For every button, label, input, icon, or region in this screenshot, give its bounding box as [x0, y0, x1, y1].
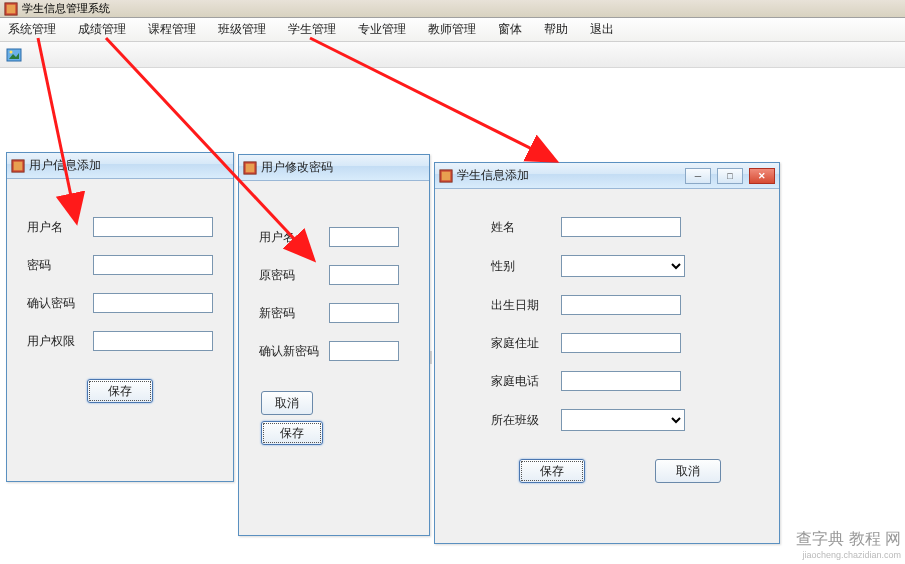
maximize-button[interactable]: □: [717, 168, 743, 184]
window-change-password-title: 用户修改密码: [261, 159, 425, 176]
input-role[interactable]: [93, 331, 213, 351]
menu-windows[interactable]: 窗体: [498, 21, 522, 38]
menubar: 系统管理 成绩管理 课程管理 班级管理 学生管理 专业管理 教师管理 窗体 帮助…: [0, 18, 905, 42]
input-name[interactable]: [561, 217, 681, 237]
svg-point-4: [10, 50, 13, 53]
label-class: 所在班级: [491, 412, 561, 429]
main-title-text: 学生信息管理系统: [22, 1, 110, 16]
cancel-button[interactable]: 取消: [261, 391, 313, 415]
input-dob[interactable]: [561, 295, 681, 315]
cancel-button[interactable]: 取消: [655, 459, 721, 483]
minimize-button[interactable]: ─: [685, 168, 711, 184]
window-change-password: 用户修改密码 用户名 原密码 新密码 确认新密码 取消 保: [238, 154, 430, 536]
label-confirmnew: 确认新密码: [259, 343, 329, 360]
label-oldpw: 原密码: [259, 267, 329, 284]
menu-teachers[interactable]: 教师管理: [428, 21, 476, 38]
mdi-client-area: http://blog.csdn.net/erlian1992 用户信息添加 用…: [0, 68, 905, 564]
label-password: 密码: [27, 257, 93, 274]
image-icon[interactable]: [6, 47, 22, 63]
svg-rect-6: [14, 161, 23, 170]
input-confirmnew[interactable]: [329, 341, 399, 361]
input-username2[interactable]: [329, 227, 399, 247]
label-gender: 性别: [491, 258, 561, 275]
svg-rect-10: [442, 171, 451, 180]
input-username[interactable]: [93, 217, 213, 237]
window-student-add: 学生信息添加 ─ □ ✕ 姓名 性别 出生日期 家庭住址 家庭电话: [434, 162, 780, 544]
window-change-password-body: 用户名 原密码 新密码 确认新密码 取消 保存: [239, 181, 429, 459]
window-user-add-body: 用户名 密码 确认密码 用户权限 保存: [7, 179, 233, 417]
close-button[interactable]: ✕: [749, 168, 775, 184]
input-confirm-password[interactable]: [93, 293, 213, 313]
window-user-add-titlebar[interactable]: 用户信息添加: [7, 153, 233, 179]
label-address: 家庭住址: [491, 335, 561, 352]
label-role: 用户权限: [27, 333, 93, 350]
toolbar: [0, 42, 905, 68]
app-icon: [4, 2, 18, 16]
menu-grades[interactable]: 成绩管理: [78, 21, 126, 38]
label-name: 姓名: [491, 219, 561, 236]
menu-classes[interactable]: 班级管理: [218, 21, 266, 38]
svg-rect-8: [246, 163, 255, 172]
select-class[interactable]: [561, 409, 685, 431]
form-icon: [439, 169, 453, 183]
label-username2: 用户名: [259, 229, 329, 246]
label-dob: 出生日期: [491, 297, 561, 314]
menu-exit[interactable]: 退出: [590, 21, 614, 38]
window-student-add-body: 姓名 性别 出生日期 家庭住址 家庭电话 所在班级: [435, 189, 779, 497]
window-student-add-titlebar[interactable]: 学生信息添加 ─ □ ✕: [435, 163, 779, 189]
window-user-add: 用户信息添加 用户名 密码 确认密码 用户权限 保存: [6, 152, 234, 482]
main-titlebar: 学生信息管理系统: [0, 0, 905, 18]
label-newpw: 新密码: [259, 305, 329, 322]
label-phone: 家庭电话: [491, 373, 561, 390]
label-confirm-password: 确认密码: [27, 295, 93, 312]
input-password[interactable]: [93, 255, 213, 275]
form-icon: [243, 161, 257, 175]
save-button[interactable]: 保存: [87, 379, 153, 403]
menu-majors[interactable]: 专业管理: [358, 21, 406, 38]
svg-rect-1: [7, 4, 16, 13]
save-button[interactable]: 保存: [261, 421, 323, 445]
menu-system[interactable]: 系统管理: [8, 21, 56, 38]
window-student-add-title: 学生信息添加: [457, 167, 679, 184]
input-oldpw[interactable]: [329, 265, 399, 285]
save-button[interactable]: 保存: [519, 459, 585, 483]
label-username: 用户名: [27, 219, 93, 236]
form-icon: [11, 159, 25, 173]
menu-help[interactable]: 帮助: [544, 21, 568, 38]
input-phone[interactable]: [561, 371, 681, 391]
input-address[interactable]: [561, 333, 681, 353]
select-gender[interactable]: [561, 255, 685, 277]
menu-courses[interactable]: 课程管理: [148, 21, 196, 38]
menu-students[interactable]: 学生管理: [288, 21, 336, 38]
window-change-password-titlebar[interactable]: 用户修改密码: [239, 155, 429, 181]
input-newpw[interactable]: [329, 303, 399, 323]
window-user-add-title: 用户信息添加: [29, 157, 229, 174]
